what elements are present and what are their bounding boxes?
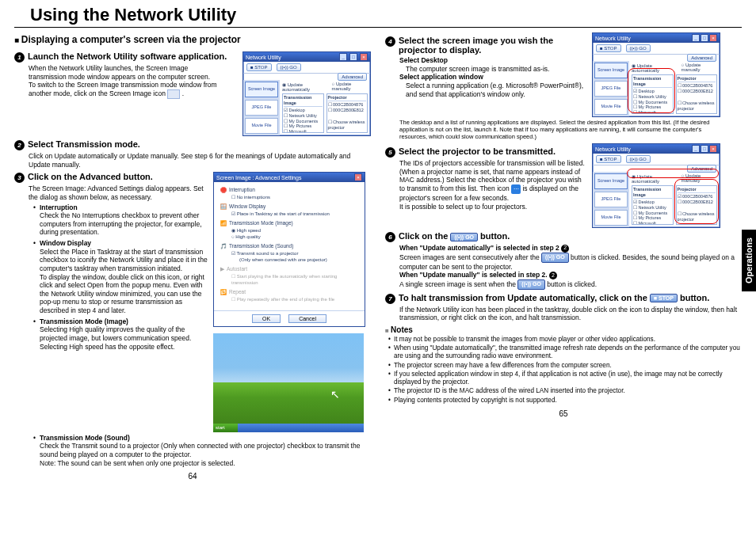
sidebar-screen-image[interactable]: Screen Image xyxy=(594,173,628,189)
go-button[interactable]: ((•)) GO xyxy=(626,44,651,52)
sidebar-movie-file[interactable]: Movie File xyxy=(245,118,278,134)
chk-transmit-sound[interactable]: ☑ Transmit sound to a projector xyxy=(231,250,358,257)
minimize-icon[interactable]: _ xyxy=(692,145,700,153)
section-heading: Displaying a computer's screen via the p… xyxy=(14,34,371,45)
minimize-icon[interactable]: _ xyxy=(339,53,347,61)
highlight-projector-list xyxy=(674,179,719,224)
maximize-icon[interactable]: □ xyxy=(701,145,708,153)
minimize-icon[interactable]: _ xyxy=(692,34,700,42)
step-1-heading: 1 Launch the Network Utility software ap… xyxy=(14,51,238,63)
highlight-radio-row xyxy=(627,169,719,178)
go-button[interactable]: ((•)) GO xyxy=(277,63,301,71)
step-7-heading: 7 To halt transmission from Update autom… xyxy=(385,293,742,304)
page-number-left: 64 xyxy=(14,472,371,481)
go-button[interactable]: ((•)) GO xyxy=(626,155,651,163)
chk-place-tasktray[interactable]: ☑ Place in Tasktray at the start of tran… xyxy=(231,211,358,217)
stop-button[interactable]: ■ STOP xyxy=(246,63,272,71)
step-4-tail: The desktop and a list of running applic… xyxy=(399,119,728,140)
sidebar-jpeg-file[interactable]: JPEG File xyxy=(245,100,278,116)
right-page: 4 Select the screen image you wish the p… xyxy=(385,32,742,481)
mode-sound-icon: 🎵 Transmission Mode (Sound) xyxy=(220,243,358,250)
step-3-heading: 3 Click on the Advanced button. xyxy=(14,172,208,183)
step-4-heading: 4 Select the screen image you wish the p… xyxy=(385,36,587,55)
projector-list[interactable]: Projector ☐ 000C2B004876 ☐ 000C2B00E812 … xyxy=(326,93,368,133)
step-num-5: 5 xyxy=(385,147,395,158)
app-title-text: Network Utility xyxy=(246,55,281,60)
page-title: Using the Network Utility xyxy=(14,0,742,28)
left-page: Displaying a computer's screen via the p… xyxy=(14,32,371,481)
desktop-screenshot: ↖ start xyxy=(213,333,364,432)
chk-autostart: ☐ Start playing the file automatically w… xyxy=(231,273,358,286)
step-num-6: 6 xyxy=(385,232,395,242)
maximize-icon[interactable]: □ xyxy=(701,34,708,42)
connecting-icon: ⋯ xyxy=(511,184,521,194)
repeat-icon: 🔁 Repeat xyxy=(220,289,358,296)
chk-repeat: ☐ Play repeatedly after the end of playi… xyxy=(231,296,358,302)
sidebar-jpeg-file[interactable]: JPEG File xyxy=(594,192,628,207)
step-3-body-continued: Transmission Mode (Sound) Check the Tran… xyxy=(29,434,371,468)
screen-image-icon xyxy=(167,89,180,99)
maximize-icon[interactable]: □ xyxy=(349,53,357,61)
step-3-body: The Screen Image: Advanced Settings dial… xyxy=(29,184,208,351)
mode-image-icon: 📶 Transmission Mode (Image) xyxy=(220,220,358,227)
step-num-1: 1 xyxy=(14,52,25,63)
step-2-body: Click on Update automatically or Update … xyxy=(29,152,371,169)
sidebar-movie-file[interactable]: Movie File xyxy=(594,99,628,115)
autostart-icon: ▶ Autostart xyxy=(220,266,358,273)
close-icon[interactable]: × xyxy=(360,53,368,61)
go-inline-button: ((•)) GO xyxy=(517,279,545,290)
step-5-heading: 5 Select the projector to be transmitted… xyxy=(385,146,587,158)
step-1-body: When the Network Utility launches, the S… xyxy=(29,64,227,99)
go-inline-button: ((•)) GO xyxy=(450,233,478,241)
radio-auto[interactable]: ◉ Update automatically xyxy=(282,82,327,92)
step-num-4: 4 xyxy=(385,36,395,47)
step-2-heading: 2 Select Transmission mode. xyxy=(14,139,371,150)
go-inline-button: ((•)) GO xyxy=(541,253,569,263)
stop-button[interactable]: ■ STOP xyxy=(596,44,621,52)
window-display-icon: 🪟 Window Display xyxy=(220,203,358,211)
app-toolbar: ■ STOP ((•)) GO xyxy=(243,62,370,74)
adv-titlebar: Screen Image : Advanced Settings × xyxy=(214,173,365,182)
chk-no-interruptions[interactable]: ☐ No interruptions xyxy=(231,194,358,200)
sidebar-jpeg-file[interactable]: JPEG File xyxy=(594,81,628,97)
stop-inline-button: ■ STOP xyxy=(650,294,678,302)
transmission-image-list[interactable]: Transmission Image ☑ Desktop ☐ Network U… xyxy=(282,93,324,133)
step-6-heading: 6 Click on the ((•)) GO button. xyxy=(385,231,742,242)
radio-high-speed[interactable]: ◉ High speed xyxy=(231,227,358,234)
ok-button[interactable]: OK xyxy=(252,314,281,323)
radio-manual[interactable]: ○ Update manually xyxy=(332,82,368,92)
highlight-transmission-list xyxy=(628,68,675,113)
step-7-body: If the Network Utility icon has been pla… xyxy=(399,306,742,322)
app-sidebar: Screen Image JPEG File Movie File xyxy=(243,80,280,135)
radio-high-quality[interactable]: ○ High quality xyxy=(231,234,358,240)
sidebar-screen-image[interactable]: Screen Image xyxy=(245,82,278,97)
step-num-2: 2 xyxy=(14,140,25,150)
advanced-settings-dialog: Screen Image : Advanced Settings × 🛑 Int… xyxy=(213,172,365,326)
close-icon[interactable]: × xyxy=(709,145,717,153)
cancel-button[interactable]: Cancel xyxy=(288,314,326,323)
notes-heading: Notes xyxy=(385,325,742,334)
step-num-7: 7 xyxy=(385,294,395,304)
step-num-3: 3 xyxy=(14,173,25,183)
step-5-body: The IDs of projectors accessible for tra… xyxy=(399,159,587,211)
network-utility-window: Network Utility _ □ × ■ STOP ((•)) GO Ad… xyxy=(242,51,371,136)
start-button[interactable]: start xyxy=(213,424,238,432)
cursor-icon: ↖ xyxy=(330,388,340,401)
sidebar-screen-image[interactable]: Screen Image xyxy=(594,63,628,78)
page-number-right: 65 xyxy=(385,409,742,418)
interruption-icon: 🛑 Interruption xyxy=(220,187,358,194)
close-icon[interactable]: × xyxy=(709,34,717,42)
window-titlebar: Network Utility _ □ × xyxy=(243,52,370,62)
step-6-body: When "Update automatically" is selected … xyxy=(399,244,742,290)
sidebar-movie-file[interactable]: Movie File xyxy=(594,210,628,226)
stop-button[interactable]: ■ STOP xyxy=(596,155,621,163)
operations-tab: Operations xyxy=(742,230,756,291)
step-4-body: Select Desktop The computer screen image… xyxy=(399,56,587,98)
close-icon[interactable]: × xyxy=(354,173,362,181)
notes-list: It may not be possible to transmit the i… xyxy=(388,336,742,405)
